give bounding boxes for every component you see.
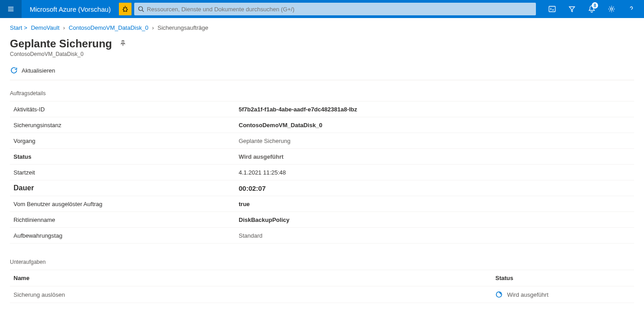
subtasks-header-row: Name Status [10,270,634,286]
page-title: Geplante Sicherung [10,37,112,50]
subtask-status: Wird ausgeführt [495,291,630,298]
detail-row: RichtliniennameDiskBackupPolicy [10,212,634,228]
detail-row: Dauer00:02:07 [10,180,634,196]
notifications-button[interactable]: 8 [582,0,602,18]
in-progress-icon [495,291,503,298]
detail-row: AufbewahrungstagStandard [10,228,634,244]
brand-label: Microsoft Azure (Vorschau) [22,5,119,13]
detail-value: DiskBackupPolicy [239,216,290,223]
detail-value: Wird ausgeführt [239,153,284,160]
chevron-right-icon: › [63,24,65,31]
hamburger-menu-button[interactable] [0,0,22,18]
detail-value: Standard [239,232,263,239]
detail-value: 00:02:07 [239,184,266,192]
bug-icon [122,5,129,13]
refresh-icon [10,66,18,74]
chevron-right-icon: › [152,24,154,31]
gear-icon [608,5,616,13]
svg-point-0 [123,8,127,11]
detail-row: VorgangGeplante Sicherung [10,133,634,149]
refresh-button[interactable]: Aktualisieren [10,66,55,74]
settings-button[interactable] [602,0,621,18]
detail-row: Vom Benutzer ausgelöster Auftragtrue [10,196,634,212]
details-section-title: Auftragsdetails [10,90,634,97]
svg-point-1 [139,7,143,11]
page-heading-row: Geplante Sicherung [10,37,634,50]
detail-label: Sicherungsinstanz [14,122,239,129]
detail-value: ContosoDemoVM_DataDisk_0 [239,122,322,129]
detail-row: Aktivitäts-ID5f7b2a1f-f1ab-4abe-aadf-e7d… [10,101,634,117]
breadcrumb-current: Sicherungsaufträge [158,24,209,31]
detail-label: Vorgang [14,138,239,144]
detail-label: Dauer [14,184,239,192]
search-icon [138,6,144,12]
global-search[interactable] [134,3,536,15]
refresh-label: Aktualisieren [22,67,55,74]
detail-label: Status [14,153,239,160]
preview-bug-button[interactable] [119,3,132,15]
detail-label: Startzeit [14,169,239,176]
detail-value: 4.1.2021 11:25:48 [239,169,286,176]
page-content: Start > DemoVault › ContosoDemoVM_DataDi… [0,18,644,309]
help-icon [627,5,635,13]
breadcrumb-item-0[interactable]: DemoVault [31,24,59,31]
detail-row: StatusWird ausgeführt [10,149,634,165]
pin-icon [119,40,127,47]
detail-label: Aktivitäts-ID [14,106,239,113]
subtasks-section: Unteraufgaben Name Status Sicherung ausl… [10,259,634,303]
subtasks-table: Name Status Sicherung auslösenWird ausge… [10,270,634,303]
search-input[interactable] [144,6,532,13]
help-button[interactable] [621,0,641,18]
pin-button[interactable] [119,40,127,48]
filter-icon [568,5,576,13]
header-icon-group: 8 [542,0,641,18]
detail-value: 5f7b2a1f-f1ab-4abe-aadf-e7dc482381a8-Ibz [239,106,357,113]
details-table: Aktivitäts-ID5f7b2a1f-f1ab-4abe-aadf-e7d… [10,101,634,244]
notifications-badge: 8 [592,2,598,9]
breadcrumb-start[interactable]: Start > [10,24,27,31]
subtask-row: Sicherung auslösenWird ausgeführt [10,286,634,303]
page-subtitle: ContosoDemoVM_DataDisk_0 [10,51,634,57]
subtasks-section-title: Unteraufgaben [10,259,634,265]
cloud-shell-button[interactable] [542,0,562,18]
detail-value: true [239,201,250,207]
detail-label: Richtlinienname [14,216,239,223]
top-header: Microsoft Azure (Vorschau) 8 [0,0,644,18]
detail-label: Aufbewahrungstag [14,232,239,239]
detail-row: SicherungsinstanzContosoDemoVM_DataDisk_… [10,117,634,133]
directory-filter-button[interactable] [562,0,582,18]
subtasks-header-status: Status [495,275,630,281]
svg-point-3 [611,8,613,10]
breadcrumb: Start > DemoVault › ContosoDemoVM_DataDi… [10,24,634,31]
svg-rect-2 [549,6,555,12]
subtasks-header-name: Name [14,275,495,281]
breadcrumb-item-1[interactable]: ContosoDemoVM_DataDisk_0 [68,24,148,31]
detail-row: Startzeit4.1.2021 11:25:48 [10,165,634,180]
subtask-name: Sicherung auslösen [14,291,495,298]
detail-value: Geplante Sicherung [239,138,290,144]
toolbar: Aktualisieren [10,64,634,80]
detail-label: Vom Benutzer ausgelöster Auftrag [14,201,239,207]
cloud-shell-icon [548,5,556,13]
hamburger-icon [7,5,14,13]
